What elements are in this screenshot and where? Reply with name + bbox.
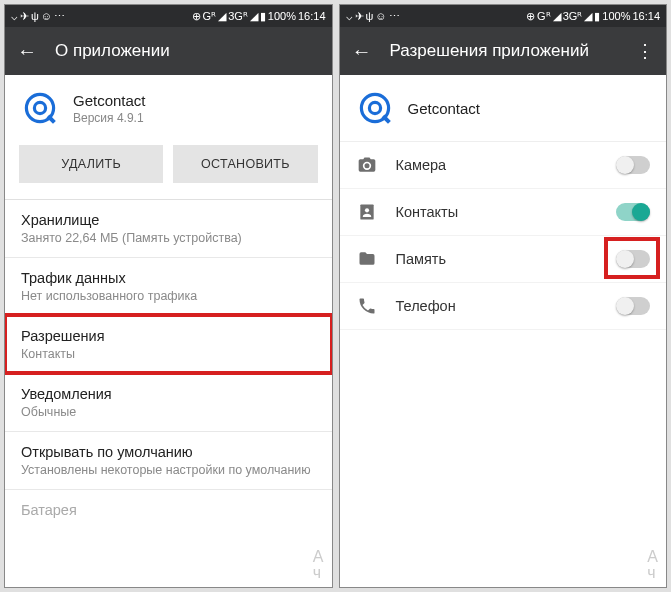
- bluetooth-icon: ⌵: [346, 10, 353, 23]
- watermark: Ач: [313, 549, 324, 581]
- status-bar: ⌵ ✈ ψ ☺ ⋯ ⊕ Gᴿ ◢ 3Gᴿ ◢ ▮ 100% 16:14: [340, 5, 667, 27]
- data-traffic-row[interactable]: Трафик данных Нет использованного трафик…: [5, 257, 332, 315]
- app-header: Getcontact Версия 4.9.1: [5, 75, 332, 141]
- permission-row-storage: Память: [340, 236, 667, 283]
- back-icon[interactable]: ←: [17, 40, 37, 63]
- battery-icon: ▮: [260, 10, 266, 23]
- usb-icon: ψ: [31, 10, 39, 22]
- overflow-menu-icon[interactable]: ⋮: [636, 40, 654, 62]
- usb-icon: ψ: [366, 10, 374, 22]
- permission-row-contacts: Контакты: [340, 189, 667, 236]
- signal-2-icon: 3Gᴿ: [228, 10, 248, 23]
- app-bar: ← Разрешения приложений ⋮: [340, 27, 667, 75]
- camera-toggle[interactable]: [616, 156, 650, 174]
- back-icon[interactable]: ←: [352, 40, 372, 63]
- battery-pct: 100%: [268, 10, 296, 22]
- signal-2-icon: 3Gᴿ: [563, 10, 583, 23]
- page-title: Разрешения приложений: [390, 41, 619, 61]
- permissions-row[interactable]: Разрешения Контакты: [5, 315, 332, 373]
- signal-1-icon: Gᴿ: [203, 10, 217, 23]
- uninstall-button[interactable]: УДАЛИТЬ: [19, 145, 163, 183]
- app-name: Getcontact: [408, 100, 481, 117]
- svg-line-5: [383, 116, 389, 122]
- getcontact-app-icon: [21, 89, 59, 127]
- send-icon: ✈: [355, 10, 364, 23]
- person-icon: ☺: [41, 10, 52, 22]
- force-stop-button[interactable]: ОСТАНОВИТЬ: [173, 145, 317, 183]
- battery-row[interactable]: Батарея: [5, 489, 332, 530]
- vibrate-icon: ⊕: [526, 10, 535, 23]
- app-version: Версия 4.9.1: [73, 111, 146, 125]
- svg-line-2: [48, 116, 54, 122]
- page-title: О приложении: [55, 41, 320, 61]
- camera-icon: [356, 154, 378, 176]
- app-header: Getcontact: [340, 75, 667, 142]
- storage-toggle[interactable]: [616, 250, 650, 268]
- permission-label: Память: [396, 251, 599, 267]
- permission-label: Телефон: [396, 298, 599, 314]
- battery-pct: 100%: [602, 10, 630, 22]
- watermark: Ач: [647, 549, 658, 581]
- open-by-default-row[interactable]: Открывать по умолчанию Установлены некот…: [5, 431, 332, 489]
- signal-1-icon: Gᴿ: [537, 10, 551, 23]
- folder-icon: [356, 248, 378, 270]
- permission-label: Контакты: [396, 204, 599, 220]
- app-bar: ← О приложении: [5, 27, 332, 75]
- permission-row-camera: Камера: [340, 142, 667, 189]
- battery-icon: ▮: [594, 10, 600, 23]
- storage-row[interactable]: Хранилище Занято 22,64 МБ (Память устрой…: [5, 199, 332, 257]
- permission-row-phone: Телефон: [340, 283, 667, 330]
- person-icon: ☺: [375, 10, 386, 22]
- getcontact-app-icon: [356, 89, 394, 127]
- clock: 16:14: [298, 10, 326, 22]
- permission-label: Камера: [396, 157, 599, 173]
- svg-point-7: [364, 208, 368, 212]
- contacts-toggle[interactable]: [616, 203, 650, 221]
- bluetooth-icon: ⌵: [11, 10, 18, 23]
- app-name: Getcontact: [73, 92, 146, 109]
- clock: 16:14: [632, 10, 660, 22]
- phone-icon: [356, 295, 378, 317]
- svg-point-1: [34, 102, 45, 113]
- left-screenshot: ⌵ ✈ ψ ☺ ⋯ ⊕ Gᴿ ◢ 3Gᴿ ◢ ▮ 100% 16:14 ← О …: [4, 4, 333, 588]
- notifications-row[interactable]: Уведомления Обычные: [5, 373, 332, 431]
- phone-toggle[interactable]: [616, 297, 650, 315]
- send-icon: ✈: [20, 10, 29, 23]
- svg-point-4: [369, 102, 380, 113]
- vibrate-icon: ⊕: [192, 10, 201, 23]
- status-bar: ⌵ ✈ ψ ☺ ⋯ ⊕ Gᴿ ◢ 3Gᴿ ◢ ▮ 100% 16:14: [5, 5, 332, 27]
- right-screenshot: ⌵ ✈ ψ ☺ ⋯ ⊕ Gᴿ ◢ 3Gᴿ ◢ ▮ 100% 16:14 ← Ра…: [339, 4, 668, 588]
- contacts-icon: [356, 201, 378, 223]
